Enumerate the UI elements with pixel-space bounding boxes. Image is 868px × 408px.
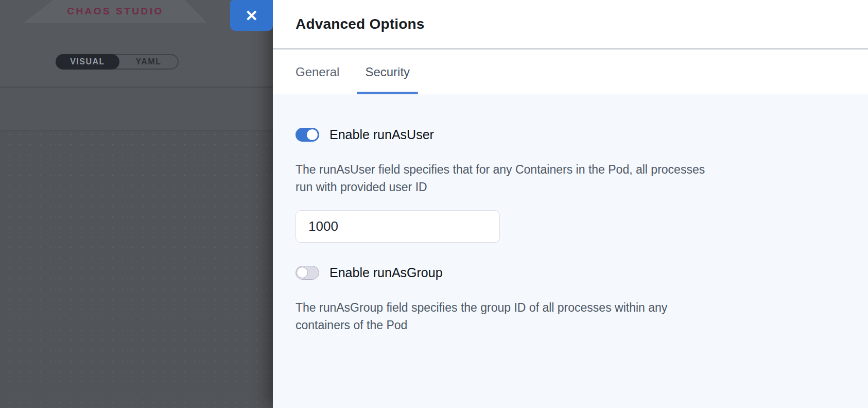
visual-mode-button[interactable]: VISUAL bbox=[56, 54, 119, 70]
view-mode-switch: VISUAL YAML bbox=[56, 54, 179, 70]
toggle-knob bbox=[297, 267, 308, 278]
brand-banner: CHAOS STUDIO bbox=[24, 0, 207, 23]
yaml-mode-button[interactable]: YAML bbox=[119, 55, 178, 69]
run-as-group-toggle[interactable] bbox=[296, 266, 319, 280]
drawer-title: Advanced Options bbox=[296, 16, 425, 32]
run-as-user-row: Enable runAsUser bbox=[296, 127, 845, 142]
advanced-options-drawer: ✕ Advanced Options General Security Enab… bbox=[273, 0, 868, 408]
tab-general[interactable]: General bbox=[296, 49, 339, 94]
run-as-group-label: Enable runAsGroup bbox=[329, 265, 443, 280]
run-as-user-label: Enable runAsUser bbox=[329, 127, 434, 142]
close-drawer-button[interactable]: ✕ bbox=[230, 0, 273, 31]
run-as-group-description: The runAsGroup field specifies the group… bbox=[296, 299, 845, 334]
run-as-user-toggle[interactable] bbox=[296, 128, 319, 142]
run-as-user-description: The runAsUser field specifies that for a… bbox=[296, 161, 845, 196]
tab-security[interactable]: Security bbox=[365, 49, 410, 94]
close-icon: ✕ bbox=[245, 7, 258, 25]
run-as-group-row: Enable runAsGroup bbox=[296, 265, 845, 280]
app-screen: CHAOS STUDIO VISUAL YAML ✕ Advanced Opti… bbox=[0, 0, 868, 408]
run-as-user-input[interactable] bbox=[296, 210, 500, 243]
brand-title: CHAOS STUDIO bbox=[67, 6, 164, 17]
security-tab-panel: Enable runAsUser The runAsUser field spe… bbox=[273, 94, 868, 408]
toggle-knob bbox=[307, 129, 318, 140]
drawer-tabbar: General Security bbox=[273, 49, 868, 94]
drawer-header: Advanced Options bbox=[273, 0, 868, 49]
